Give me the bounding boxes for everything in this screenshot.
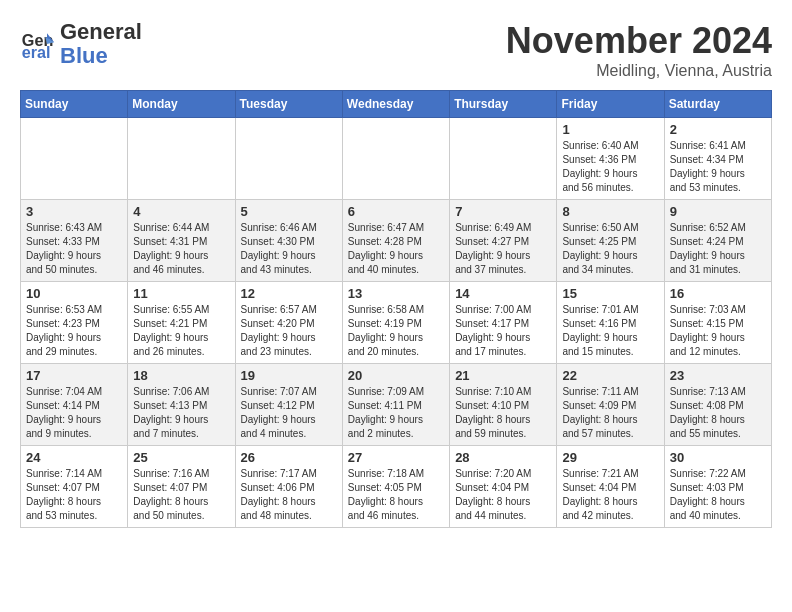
day-number: 13	[348, 286, 444, 301]
day-number: 28	[455, 450, 551, 465]
day-number: 21	[455, 368, 551, 383]
day-info: Sunrise: 6:57 AM Sunset: 4:20 PM Dayligh…	[241, 303, 337, 359]
calendar-cell: 29Sunrise: 7:21 AM Sunset: 4:04 PM Dayli…	[557, 446, 664, 528]
calendar-cell	[235, 118, 342, 200]
day-number: 29	[562, 450, 658, 465]
calendar-cell	[21, 118, 128, 200]
title-block: November 2024 Meidling, Vienna, Austria	[506, 20, 772, 80]
calendar-cell: 21Sunrise: 7:10 AM Sunset: 4:10 PM Dayli…	[450, 364, 557, 446]
day-number: 7	[455, 204, 551, 219]
day-number: 19	[241, 368, 337, 383]
week-row-2: 3Sunrise: 6:43 AM Sunset: 4:33 PM Daylig…	[21, 200, 772, 282]
calendar-cell: 26Sunrise: 7:17 AM Sunset: 4:06 PM Dayli…	[235, 446, 342, 528]
day-number: 22	[562, 368, 658, 383]
weekday-header-monday: Monday	[128, 91, 235, 118]
calendar-cell: 22Sunrise: 7:11 AM Sunset: 4:09 PM Dayli…	[557, 364, 664, 446]
week-row-1: 1Sunrise: 6:40 AM Sunset: 4:36 PM Daylig…	[21, 118, 772, 200]
day-info: Sunrise: 7:04 AM Sunset: 4:14 PM Dayligh…	[26, 385, 122, 441]
calendar-cell: 3Sunrise: 6:43 AM Sunset: 4:33 PM Daylig…	[21, 200, 128, 282]
calendar-cell: 15Sunrise: 7:01 AM Sunset: 4:16 PM Dayli…	[557, 282, 664, 364]
day-info: Sunrise: 7:13 AM Sunset: 4:08 PM Dayligh…	[670, 385, 766, 441]
day-number: 17	[26, 368, 122, 383]
day-number: 1	[562, 122, 658, 137]
day-info: Sunrise: 7:03 AM Sunset: 4:15 PM Dayligh…	[670, 303, 766, 359]
calendar-cell: 23Sunrise: 7:13 AM Sunset: 4:08 PM Dayli…	[664, 364, 771, 446]
day-number: 25	[133, 450, 229, 465]
page-header: Gen eral General Blue November 2024 Meid…	[20, 20, 772, 80]
weekday-header-wednesday: Wednesday	[342, 91, 449, 118]
weekday-header-row: SundayMondayTuesdayWednesdayThursdayFrid…	[21, 91, 772, 118]
day-info: Sunrise: 6:43 AM Sunset: 4:33 PM Dayligh…	[26, 221, 122, 277]
day-info: Sunrise: 6:46 AM Sunset: 4:30 PM Dayligh…	[241, 221, 337, 277]
day-number: 20	[348, 368, 444, 383]
day-number: 3	[26, 204, 122, 219]
day-info: Sunrise: 7:20 AM Sunset: 4:04 PM Dayligh…	[455, 467, 551, 523]
day-info: Sunrise: 7:22 AM Sunset: 4:03 PM Dayligh…	[670, 467, 766, 523]
logo-icon: Gen eral	[20, 26, 56, 62]
day-number: 26	[241, 450, 337, 465]
week-row-4: 17Sunrise: 7:04 AM Sunset: 4:14 PM Dayli…	[21, 364, 772, 446]
day-info: Sunrise: 7:01 AM Sunset: 4:16 PM Dayligh…	[562, 303, 658, 359]
day-info: Sunrise: 6:49 AM Sunset: 4:27 PM Dayligh…	[455, 221, 551, 277]
logo-text: General Blue	[60, 20, 142, 68]
day-info: Sunrise: 7:09 AM Sunset: 4:11 PM Dayligh…	[348, 385, 444, 441]
day-number: 30	[670, 450, 766, 465]
location: Meidling, Vienna, Austria	[506, 62, 772, 80]
day-info: Sunrise: 6:52 AM Sunset: 4:24 PM Dayligh…	[670, 221, 766, 277]
calendar-cell: 17Sunrise: 7:04 AM Sunset: 4:14 PM Dayli…	[21, 364, 128, 446]
day-number: 2	[670, 122, 766, 137]
calendar-cell: 19Sunrise: 7:07 AM Sunset: 4:12 PM Dayli…	[235, 364, 342, 446]
calendar-cell: 2Sunrise: 6:41 AM Sunset: 4:34 PM Daylig…	[664, 118, 771, 200]
day-info: Sunrise: 6:55 AM Sunset: 4:21 PM Dayligh…	[133, 303, 229, 359]
day-info: Sunrise: 6:44 AM Sunset: 4:31 PM Dayligh…	[133, 221, 229, 277]
calendar-cell: 14Sunrise: 7:00 AM Sunset: 4:17 PM Dayli…	[450, 282, 557, 364]
day-info: Sunrise: 7:00 AM Sunset: 4:17 PM Dayligh…	[455, 303, 551, 359]
calendar-cell: 8Sunrise: 6:50 AM Sunset: 4:25 PM Daylig…	[557, 200, 664, 282]
day-info: Sunrise: 7:21 AM Sunset: 4:04 PM Dayligh…	[562, 467, 658, 523]
weekday-header-sunday: Sunday	[21, 91, 128, 118]
calendar-cell: 27Sunrise: 7:18 AM Sunset: 4:05 PM Dayli…	[342, 446, 449, 528]
day-number: 10	[26, 286, 122, 301]
calendar-table: SundayMondayTuesdayWednesdayThursdayFrid…	[20, 90, 772, 528]
calendar-cell: 16Sunrise: 7:03 AM Sunset: 4:15 PM Dayli…	[664, 282, 771, 364]
calendar-cell: 28Sunrise: 7:20 AM Sunset: 4:04 PM Dayli…	[450, 446, 557, 528]
day-number: 9	[670, 204, 766, 219]
day-info: Sunrise: 7:14 AM Sunset: 4:07 PM Dayligh…	[26, 467, 122, 523]
day-info: Sunrise: 7:07 AM Sunset: 4:12 PM Dayligh…	[241, 385, 337, 441]
day-number: 16	[670, 286, 766, 301]
day-info: Sunrise: 6:50 AM Sunset: 4:25 PM Dayligh…	[562, 221, 658, 277]
calendar-cell: 10Sunrise: 6:53 AM Sunset: 4:23 PM Dayli…	[21, 282, 128, 364]
month-title: November 2024	[506, 20, 772, 62]
week-row-3: 10Sunrise: 6:53 AM Sunset: 4:23 PM Dayli…	[21, 282, 772, 364]
day-number: 14	[455, 286, 551, 301]
day-number: 5	[241, 204, 337, 219]
day-number: 11	[133, 286, 229, 301]
calendar-cell: 6Sunrise: 6:47 AM Sunset: 4:28 PM Daylig…	[342, 200, 449, 282]
weekday-header-saturday: Saturday	[664, 91, 771, 118]
weekday-header-thursday: Thursday	[450, 91, 557, 118]
day-info: Sunrise: 7:06 AM Sunset: 4:13 PM Dayligh…	[133, 385, 229, 441]
calendar-cell: 24Sunrise: 7:14 AM Sunset: 4:07 PM Dayli…	[21, 446, 128, 528]
day-number: 8	[562, 204, 658, 219]
weekday-header-tuesday: Tuesday	[235, 91, 342, 118]
day-number: 12	[241, 286, 337, 301]
calendar-cell: 30Sunrise: 7:22 AM Sunset: 4:03 PM Dayli…	[664, 446, 771, 528]
svg-text:eral: eral	[22, 44, 51, 62]
day-info: Sunrise: 7:11 AM Sunset: 4:09 PM Dayligh…	[562, 385, 658, 441]
week-row-5: 24Sunrise: 7:14 AM Sunset: 4:07 PM Dayli…	[21, 446, 772, 528]
day-info: Sunrise: 7:10 AM Sunset: 4:10 PM Dayligh…	[455, 385, 551, 441]
day-info: Sunrise: 6:40 AM Sunset: 4:36 PM Dayligh…	[562, 139, 658, 195]
day-info: Sunrise: 6:41 AM Sunset: 4:34 PM Dayligh…	[670, 139, 766, 195]
calendar-cell: 4Sunrise: 6:44 AM Sunset: 4:31 PM Daylig…	[128, 200, 235, 282]
calendar-cell: 12Sunrise: 6:57 AM Sunset: 4:20 PM Dayli…	[235, 282, 342, 364]
day-info: Sunrise: 6:47 AM Sunset: 4:28 PM Dayligh…	[348, 221, 444, 277]
day-info: Sunrise: 7:17 AM Sunset: 4:06 PM Dayligh…	[241, 467, 337, 523]
calendar-cell: 18Sunrise: 7:06 AM Sunset: 4:13 PM Dayli…	[128, 364, 235, 446]
calendar-cell: 5Sunrise: 6:46 AM Sunset: 4:30 PM Daylig…	[235, 200, 342, 282]
calendar-cell: 1Sunrise: 6:40 AM Sunset: 4:36 PM Daylig…	[557, 118, 664, 200]
day-number: 15	[562, 286, 658, 301]
calendar-cell	[450, 118, 557, 200]
day-number: 24	[26, 450, 122, 465]
calendar-cell: 13Sunrise: 6:58 AM Sunset: 4:19 PM Dayli…	[342, 282, 449, 364]
day-number: 23	[670, 368, 766, 383]
